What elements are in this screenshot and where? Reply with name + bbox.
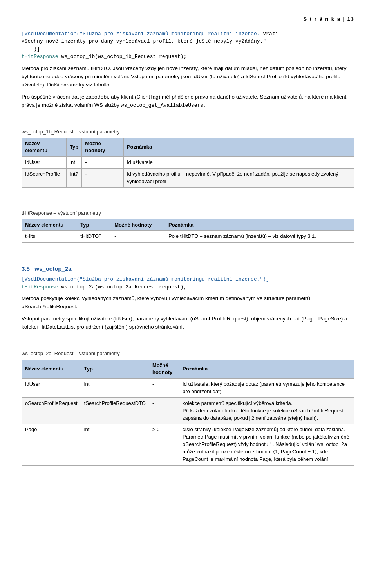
table3-col-note: Poznámka xyxy=(179,360,354,379)
section35-para2: Vstupní parametry specifikují uživatele … xyxy=(22,315,354,331)
code-returns: Vrátí xyxy=(260,31,278,37)
cell-note: Id uživatele xyxy=(123,157,354,169)
table2-col-values: Možné hodnoty xyxy=(111,219,165,231)
cell-type: int xyxy=(67,157,82,169)
table-row: IdSearchProfile Int? - Id vyhledávacího … xyxy=(22,169,354,188)
cell-name: oSearchProfileRequest xyxy=(22,397,81,424)
cell-name: IdUser xyxy=(22,379,81,398)
code-method: ws_octop_1b(ws_octop_1b_Request request)… xyxy=(58,54,187,59)
cell-name: Page xyxy=(22,424,81,465)
table2: Název elementu Typ Možné hodnoty Poznámk… xyxy=(22,219,354,243)
table1-col-note: Poznámka xyxy=(123,138,354,157)
code-line2: všechny nové inzeráty pro daný vyhledáva… xyxy=(22,38,266,44)
section35-heading: 3.5 ws_octop_2a xyxy=(22,264,354,273)
table1: Název elementu Typ Možné hodnoty Poznámk… xyxy=(22,138,354,188)
table-row: IdUser int - Id uživatele xyxy=(22,157,354,169)
table2-header: Název elementu Typ Možné hodnoty Poznámk… xyxy=(22,219,354,231)
code-wsdl-line1: [WsdlDocumentation("Služba pro získávání… xyxy=(22,31,260,37)
table-row: tHits tHitDTO[] - Pole tHitDTO – seznam … xyxy=(22,231,354,243)
cell-type: int xyxy=(81,424,149,465)
table2-col-name: Název elementu xyxy=(22,219,77,231)
cell-type: int xyxy=(81,379,149,398)
intro-code-block: [WsdlDocumentation("Služba pro získávání… xyxy=(22,30,354,61)
table2-col-note: Poznámka xyxy=(165,219,354,231)
table1-col-type: Typ xyxy=(67,138,82,157)
table3-col-name: Název elementu xyxy=(22,360,81,379)
table-row: IdUser int - Id uživatele, který požaduj… xyxy=(22,379,354,398)
cell-type: Int? xyxy=(67,169,82,188)
cell-note: kolekce parametrů specifikující výběrová… xyxy=(179,397,354,424)
page-label: S t r á n k a xyxy=(304,16,341,22)
table3-header: Název elementu Typ Možné hodnoty Poznámk… xyxy=(22,360,354,379)
table1-header: Název elementu Typ Možné hodnoty Poznámk… xyxy=(22,138,354,157)
cell-name: IdSearchProfile xyxy=(22,169,67,188)
cell-values: - xyxy=(82,169,124,188)
cell-note: Id uživatele, který požaduje dotaz (para… xyxy=(179,379,354,398)
cell-values: - xyxy=(82,157,124,169)
cell-values: > 0 xyxy=(149,424,179,465)
table1-col-values: Možné hodnoty xyxy=(82,138,124,157)
table2-col-type: Typ xyxy=(77,219,111,231)
table3-col-type: Typ xyxy=(81,360,149,379)
table1-title: ws_octop_1b_Request – vstupní parametry xyxy=(22,128,354,136)
table3-col-values: Možné hodnoty xyxy=(149,360,179,379)
code-return-type: tHitResponse xyxy=(22,54,58,59)
table3-title: ws_octop_2a_Request – vstupní parametry xyxy=(22,350,354,358)
table2-title: tHitResponse – výstupní parametry xyxy=(22,210,354,217)
code-return2: tHitResponse xyxy=(22,284,58,290)
code-line3: )] xyxy=(22,46,40,52)
cell-name: tHits xyxy=(22,231,77,243)
section35-code: [WsdlDocumentation("Služba pro získávání… xyxy=(22,275,354,291)
page-header: S t r á n k a | 13 xyxy=(22,16,354,23)
cell-values: - xyxy=(111,231,165,243)
page-number: 13 xyxy=(347,16,354,22)
intro-para1: Metoda pro získání seznamu tHitDTO. Jsou… xyxy=(22,65,354,89)
cell-note: Pole tHitDTO – seznam záznamů (inzerátů)… xyxy=(165,231,354,243)
cell-values: - xyxy=(149,397,179,424)
code-wsdl2: [WsdlDocumentation("Služba pro získávání… xyxy=(22,276,269,282)
cell-values: - xyxy=(149,379,179,398)
code-method2: ws_octop_2a(ws_octop_2a_Request request)… xyxy=(58,284,187,290)
intro-para2: Pro úspěšné vrácení dat je zapotřebí, ab… xyxy=(22,93,354,110)
table1-col-name: Název elementu xyxy=(22,138,67,157)
table-row: Page int > 0 číslo stránky (kolekce Page… xyxy=(22,424,354,465)
table3: Název elementu Typ Možné hodnoty Poznámk… xyxy=(22,360,354,466)
cell-name: IdUser xyxy=(22,157,67,169)
cell-type: tHitDTO[] xyxy=(77,231,111,243)
code-inline-service: ws_octop_get_AvailableUsers. xyxy=(121,102,206,108)
cell-note: Id vyhledávacího profilu – nepovinné. V … xyxy=(123,169,354,188)
section35-para1: Metoda poskytuje kolekci vyhledaných záz… xyxy=(22,295,354,311)
table-row: oSearchProfileRequest tSearchProfileRequ… xyxy=(22,397,354,424)
cell-type: tSearchProfileRequestDTO xyxy=(81,397,149,424)
cell-note: číslo stránky (kolekce PageSize záznamů)… xyxy=(179,424,354,465)
